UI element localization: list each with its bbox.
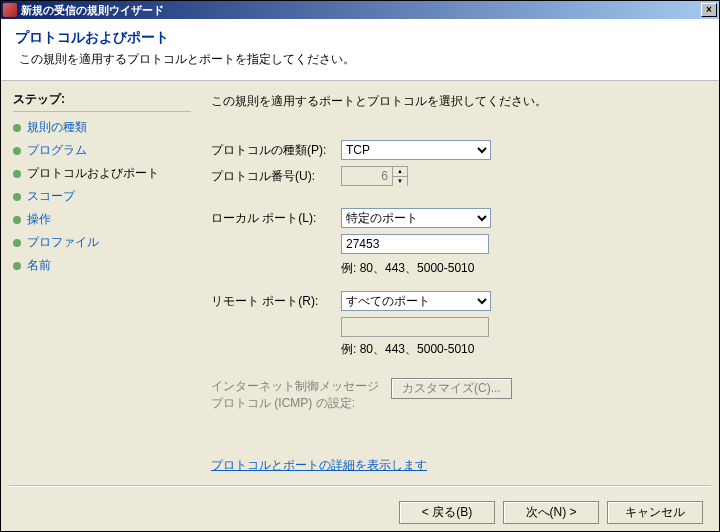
customize-button: カスタマイズ(C)... [391, 378, 512, 399]
step-label: 名前 [27, 257, 51, 274]
spin-down-icon[interactable]: ▼ [393, 177, 407, 186]
step-protocol-ports[interactable]: プロトコルおよびポート [13, 162, 191, 185]
bullet-icon [13, 193, 21, 201]
content-heading: この規則を適用するポートとプロトコルを選択してください。 [211, 93, 699, 110]
protocol-number-label: プロトコル番号(U): [211, 168, 341, 185]
remote-port-input [341, 317, 489, 337]
next-button[interactable]: 次へ(N) > [503, 501, 599, 524]
steps-sidebar: ステップ: 規則の種類 プログラム プロトコルおよびポート スコープ 操作 [1, 81, 201, 486]
local-port-example: 例: 80、443、5000-5010 [341, 260, 699, 277]
remote-port-label: リモート ポート(R): [211, 293, 341, 310]
local-port-select[interactable]: 特定のポート [341, 208, 491, 228]
step-program[interactable]: プログラム [13, 139, 191, 162]
spin-up-icon[interactable]: ▲ [393, 167, 407, 177]
app-icon [3, 3, 17, 17]
titlebar: 新規の受信の規則ウイザード × [1, 1, 719, 19]
remote-port-select[interactable]: すべてのポート [341, 291, 491, 311]
row-local-port: ローカル ポート(L): 特定のポート [211, 208, 699, 228]
step-label: プロファイル [27, 234, 99, 251]
wizard-footer: < 戻る(B) 次へ(N) > キャンセル [1, 487, 719, 532]
step-label: スコープ [27, 188, 75, 205]
back-button[interactable]: < 戻る(B) [399, 501, 495, 524]
bullet-icon [13, 147, 21, 155]
protocol-type-label: プロトコルの種類(P): [211, 142, 341, 159]
local-port-input[interactable] [341, 234, 489, 254]
bullet-icon [13, 262, 21, 270]
step-rule-type[interactable]: 規則の種類 [13, 116, 191, 139]
bullet-icon [13, 239, 21, 247]
step-action[interactable]: 操作 [13, 208, 191, 231]
step-label: プロトコルおよびポート [27, 165, 159, 182]
row-remote-port: リモート ポート(R): すべてのポート [211, 291, 699, 311]
icmp-label: インターネット制御メッセージ プロトコル (ICMP) の設定: [211, 378, 391, 412]
remote-port-example: 例: 80、443、5000-5010 [341, 341, 699, 358]
page-title: プロトコルおよびポート [15, 29, 705, 47]
protocol-number-input [341, 166, 393, 186]
spinner-buttons[interactable]: ▲ ▼ [393, 166, 408, 186]
step-label: 規則の種類 [27, 119, 87, 136]
row-protocol-number: プロトコル番号(U): ▲ ▼ [211, 166, 699, 186]
learn-more-link[interactable]: プロトコルとポートの詳細を表示します [211, 457, 427, 474]
wizard-window: 新規の受信の規則ウイザード × プロトコルおよびポート この規則を適用するプロト… [0, 0, 720, 532]
row-protocol-type: プロトコルの種類(P): TCP [211, 140, 699, 160]
steps-heading: ステップ: [13, 91, 191, 108]
step-name[interactable]: 名前 [13, 254, 191, 277]
protocol-type-select[interactable]: TCP [341, 140, 491, 160]
content-panel: この規則を適用するポートとプロトコルを選択してください。 プロトコルの種類(P)… [201, 81, 719, 486]
step-label: プログラム [27, 142, 87, 159]
page-subtitle: この規則を適用するプロトコルとポートを指定してください。 [19, 51, 705, 68]
steps-rule [13, 111, 191, 112]
wizard-header: プロトコルおよびポート この規則を適用するプロトコルとポートを指定してください。 [1, 19, 719, 81]
row-local-port-value [211, 234, 699, 254]
step-profile[interactable]: プロファイル [13, 231, 191, 254]
local-port-label: ローカル ポート(L): [211, 210, 341, 227]
bullet-icon [13, 216, 21, 224]
bullet-icon [13, 170, 21, 178]
cancel-button[interactable]: キャンセル [607, 501, 703, 524]
bullet-icon [13, 124, 21, 132]
step-label: 操作 [27, 211, 51, 228]
protocol-number-spinner: ▲ ▼ [341, 166, 408, 186]
wizard-body: ステップ: 規則の種類 プログラム プロトコルおよびポート スコープ 操作 [1, 81, 719, 486]
step-scope[interactable]: スコープ [13, 185, 191, 208]
close-button[interactable]: × [701, 3, 717, 17]
window-title: 新規の受信の規則ウイザード [21, 3, 701, 18]
row-icmp: インターネット制御メッセージ プロトコル (ICMP) の設定: カスタマイズ(… [211, 378, 699, 412]
